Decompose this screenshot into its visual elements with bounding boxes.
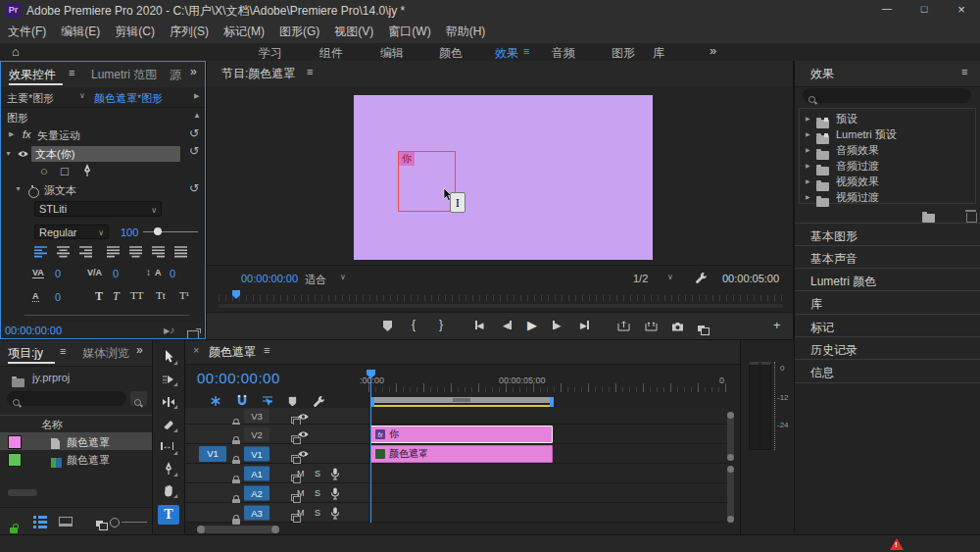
- track-header-v1[interactable]: V1 V1: [185, 444, 368, 464]
- menu-sequence[interactable]: 序列(S): [170, 24, 209, 40]
- selection-tool[interactable]: [164, 350, 173, 364]
- tab-overflow-icon[interactable]: »: [136, 343, 143, 357]
- solo-button[interactable]: S: [315, 469, 320, 478]
- align-center-icon[interactable]: [57, 246, 71, 258]
- effects-folder-row[interactable]: ▶ 视频效果: [800, 174, 975, 188]
- track-name-a1[interactable]: A1: [244, 466, 270, 480]
- tab-lumetri-scopes[interactable]: Lumetri 范围: [91, 67, 157, 83]
- chevron-down-icon[interactable]: ∨: [340, 273, 346, 281]
- font-style-dropdown[interactable]: Regular ∨: [34, 225, 109, 239]
- ellipse-tool-icon[interactable]: ○: [40, 164, 48, 178]
- panel-menu-icon[interactable]: ≡: [69, 67, 74, 78]
- kerning-value[interactable]: 0: [55, 268, 61, 279]
- extract-icon[interactable]: [645, 321, 658, 331]
- track-name-v2[interactable]: V2: [244, 427, 270, 441]
- justify-last-center-icon[interactable]: [129, 246, 143, 258]
- button-editor-icon[interactable]: +: [773, 318, 781, 332]
- icon-view-icon[interactable]: [59, 517, 73, 527]
- comparison-view-icon[interactable]: [698, 326, 710, 335]
- selected-text-overlay[interactable]: 你: [399, 152, 415, 166]
- label-color-swatch[interactable]: [8, 435, 22, 449]
- track-header-a1[interactable]: A1 M S: [185, 464, 368, 483]
- close-tab-icon[interactable]: ×: [193, 344, 199, 356]
- new-bin-icon[interactable]: [922, 214, 935, 223]
- horizontal-scrollbar-stub[interactable]: [8, 489, 37, 496]
- effects-folder-row[interactable]: ▶ 预设: [800, 111, 975, 125]
- mark-out-icon[interactable]: }: [439, 318, 443, 331]
- timeline-horizontal-scrollbar[interactable]: [197, 526, 279, 533]
- writable-lock-icon[interactable]: [10, 527, 18, 533]
- monitor-timecode[interactable]: 00:00:00:00: [241, 273, 298, 284]
- effects-folder-row[interactable]: ▶ 音频效果: [800, 142, 975, 157]
- chevron-right-icon[interactable]: ▶: [806, 146, 810, 153]
- vector-motion-label[interactable]: 矢量运动: [37, 128, 80, 143]
- time-ruler[interactable]: :00:00 00:00:05:00 0: [368, 370, 729, 393]
- monitor-time-ruler[interactable]: [219, 290, 783, 302]
- project-file-name[interactable]: jy.prproj: [32, 372, 70, 383]
- source-patch-v1[interactable]: V1: [199, 446, 226, 462]
- lock-icon[interactable]: [232, 519, 240, 525]
- align-right-icon[interactable]: [79, 246, 93, 258]
- eye-icon[interactable]: [297, 450, 310, 458]
- faux-bold-icon[interactable]: T: [95, 289, 103, 304]
- align-left-icon[interactable]: [34, 246, 48, 258]
- leading-value[interactable]: 0: [170, 268, 175, 279]
- panel-tab-essential-sound[interactable]: 基本声音: [795, 245, 980, 268]
- go-to-out-icon[interactable]: ▶: [580, 321, 589, 330]
- chevron-right-icon[interactable]: ▶: [806, 130, 810, 137]
- maximize-button[interactable]: □: [909, 3, 939, 15]
- track-header-a3[interactable]: A3 M S: [185, 503, 368, 523]
- workspace-tab-effects[interactable]: 效果: [495, 45, 518, 62]
- effects-folder-row[interactable]: ▶ 音频过渡: [800, 158, 975, 173]
- name-column-header[interactable]: 名称: [41, 418, 63, 432]
- track-header-v3[interactable]: V3: [185, 408, 368, 425]
- expand-icon[interactable]: ▶: [9, 130, 14, 138]
- mic-icon[interactable]: [330, 468, 340, 480]
- solo-button[interactable]: S: [315, 508, 320, 518]
- menu-view[interactable]: 视图(V): [334, 24, 373, 40]
- export-icon[interactable]: [187, 330, 199, 339]
- video-tracks-scrollbar[interactable]: [727, 412, 734, 461]
- workspace-tab-libraries[interactable]: 库: [653, 45, 664, 62]
- linked-selection-icon[interactable]: [262, 395, 273, 407]
- track-lane-v3[interactable]: [368, 408, 727, 425]
- play-audio-icon[interactable]: ▶♪: [164, 325, 174, 335]
- baseline-shift-value[interactable]: 0: [55, 291, 61, 303]
- home-icon[interactable]: ⌂: [12, 44, 20, 59]
- track-name-v3[interactable]: V3: [244, 409, 270, 424]
- close-button[interactable]: ×: [947, 2, 976, 17]
- reset-icon[interactable]: ↺: [189, 144, 199, 158]
- pen-tool-icon[interactable]: [82, 164, 92, 177]
- delete-icon[interactable]: [966, 213, 977, 223]
- add-marker-icon[interactable]: [288, 397, 296, 407]
- mute-button[interactable]: M: [297, 508, 305, 518]
- minimize-button[interactable]: —: [872, 3, 902, 14]
- collapse-icon[interactable]: ▼: [5, 150, 12, 157]
- advanced-search-button[interactable]: [130, 391, 147, 406]
- type-tool[interactable]: T: [158, 505, 179, 525]
- justify-last-right-icon[interactable]: [152, 246, 166, 258]
- play-button-icon[interactable]: ▶: [527, 318, 537, 332]
- slip-tool[interactable]: ↔: [161, 440, 173, 451]
- program-monitor-title[interactable]: 节目:颜色遮罩: [221, 66, 295, 82]
- justify-full-icon[interactable]: [174, 246, 188, 258]
- mute-button[interactable]: M: [297, 488, 305, 498]
- menu-edit[interactable]: 编辑(E): [61, 24, 100, 40]
- chevron-right-icon[interactable]: ▶: [194, 92, 199, 100]
- chevron-down-icon[interactable]: ∨: [667, 273, 673, 281]
- tab-effect-controls[interactable]: 效果控件: [9, 67, 56, 83]
- font-size-value[interactable]: 100: [121, 226, 138, 238]
- mic-icon[interactable]: [330, 507, 340, 520]
- effects-panel-title[interactable]: 效果: [810, 66, 834, 82]
- scroll-up-icon[interactable]: ▲: [193, 111, 201, 120]
- font-size-slider-knob[interactable]: [154, 227, 162, 235]
- reset-icon[interactable]: ↺: [189, 126, 199, 140]
- effects-folder-row[interactable]: ▶ 视频过渡: [800, 189, 975, 204]
- playback-resolution-dropdown[interactable]: 1/2: [633, 273, 648, 284]
- chevron-right-icon[interactable]: ▶: [806, 177, 810, 184]
- workspace-tab-audio[interactable]: 音频: [552, 45, 575, 62]
- eye-icon[interactable]: [297, 430, 310, 438]
- superscript-icon[interactable]: T¹: [179, 289, 189, 301]
- tab-source[interactable]: 源: [170, 67, 181, 83]
- mute-button[interactable]: M: [297, 469, 305, 478]
